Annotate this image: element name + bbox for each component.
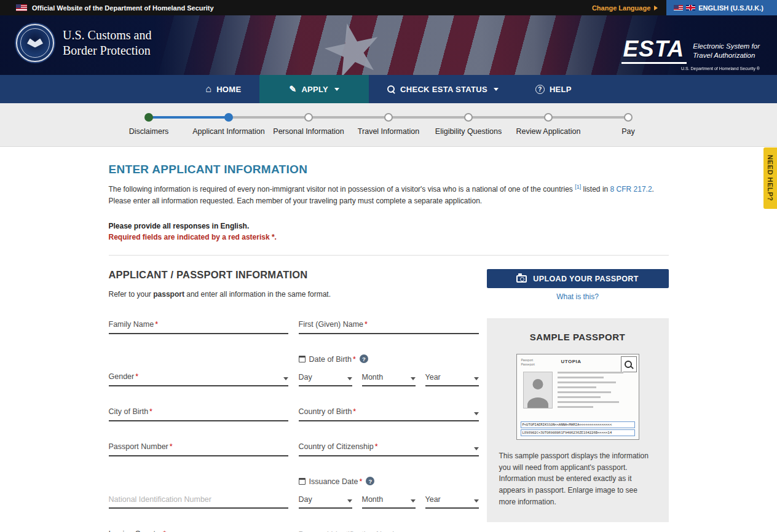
esta-logo: ESTA Electronic System for Travel Author…	[621, 37, 760, 71]
caret-down-icon	[494, 88, 499, 91]
intro-text: The following information is required of…	[109, 182, 669, 207]
site-header: U.S. Customs and Border Protection ESTA …	[0, 15, 777, 75]
passport-data-lines	[558, 372, 633, 411]
esta-subtext: U.S. Department of Homeland Security ®	[621, 66, 760, 71]
caret-down-icon	[411, 499, 416, 503]
english-note: Please provide all responses in English.	[109, 221, 669, 232]
step-dot	[464, 113, 473, 122]
official-text: Official Website of the Department of Ho…	[32, 4, 214, 12]
national-id-input[interactable]: National Identification Number	[109, 495, 288, 509]
caret-down-icon	[474, 377, 479, 380]
step-dot	[144, 113, 153, 122]
required-fields-note: Required fields are indicated by a red a…	[109, 232, 669, 243]
home-icon	[205, 84, 211, 94]
calendar-icon	[299, 356, 306, 362]
esta-tagline: Electronic System for Travel Authorizati…	[693, 42, 760, 60]
refer-text: Refer to your passport and enter all inf…	[109, 290, 331, 299]
camera-icon	[516, 275, 527, 283]
us-flag-icon	[16, 4, 27, 11]
section-heading-block: APPLICANT / PASSPORT INFORMATION Refer t…	[109, 269, 331, 299]
calendar-icon	[299, 478, 306, 485]
caret-down-icon	[347, 499, 352, 503]
magnifier-icon	[624, 360, 633, 369]
sample-passport-title: SAMPLE PASSPORT	[499, 332, 657, 342]
cbp-brand[interactable]: U.S. Customs and Border Protection	[16, 24, 151, 62]
step-dot	[544, 113, 553, 122]
step-eligibility-questions[interactable]: Eligibility Questions	[428, 113, 508, 136]
step-dot	[304, 113, 313, 122]
issuance-month-select[interactable]: Month	[362, 495, 416, 509]
dob-month-select[interactable]: Month	[362, 373, 416, 386]
progress-stepper: Disclaimers Applicant Information Person…	[0, 103, 777, 147]
caret-down-icon	[347, 377, 352, 380]
caret-down-icon	[474, 499, 479, 503]
official-banner: Official Website of the Department of Ho…	[0, 0, 777, 15]
need-help-tab[interactable]: NEED HELP?	[763, 147, 777, 209]
what-is-this-link[interactable]: What is this?	[556, 292, 599, 301]
dob-year-select[interactable]: Year	[425, 373, 479, 386]
issuing-country-select[interactable]: Issuing Country*	[109, 528, 288, 532]
caret-down-icon	[283, 377, 288, 380]
step-review-application[interactable]: Review Application	[508, 113, 588, 136]
step-personal-information[interactable]: Personal Information	[269, 113, 349, 136]
applicant-form: Family Name* First (Given) Name* Gender*…	[109, 318, 479, 532]
help-circle-icon[interactable]	[360, 354, 368, 363]
pencil-icon	[289, 85, 296, 94]
change-language-link[interactable]: Change Language	[592, 0, 658, 15]
cbp-seal-logo	[16, 24, 54, 62]
uk-flag-icon	[686, 5, 695, 10]
nav-home[interactable]: HOME	[187, 75, 259, 103]
caret-down-icon	[474, 412, 479, 415]
step-dot	[384, 113, 393, 122]
cfr-link[interactable]: 8 CFR 217.2	[610, 185, 652, 194]
page-title: ENTER APPLICANT INFORMATION	[109, 163, 669, 176]
step-applicant-information[interactable]: Applicant Information	[189, 113, 269, 136]
footnote-link[interactable]: [1]	[575, 184, 581, 190]
caret-down-icon	[411, 377, 416, 380]
language-label: ENGLISH (U.S./U.K.)	[698, 4, 763, 12]
question-circle-icon	[535, 85, 545, 94]
caret-down-icon	[474, 447, 479, 450]
caret-down-icon	[334, 88, 339, 91]
date-of-birth-group: Date of Birth* Day Month Year	[299, 353, 479, 386]
dob-day-select[interactable]: Day	[299, 373, 352, 386]
country-of-citizenship-select[interactable]: Country of Citizenship*	[299, 440, 479, 456]
passport-country-label: UTOPIA	[561, 359, 582, 364]
nav-check-esta-status[interactable]: CHECK ESTA STATUS	[369, 75, 517, 103]
family-name-input[interactable]: Family Name*	[109, 318, 288, 334]
nav-help[interactable]: HELP	[517, 75, 590, 103]
step-dot	[624, 113, 633, 122]
sample-passport-image: Passport Passeport UTOPIA P<UTOPIAERIKSS…	[516, 354, 639, 440]
country-of-birth-select[interactable]: Country of Birth*	[299, 405, 479, 421]
upload-passport-button[interactable]: UPLOAD YOUR PASSPORT	[487, 269, 669, 288]
sample-passport-description: This sample passport displays the inform…	[499, 450, 657, 507]
first-name-input[interactable]: First (Given) Name*	[299, 318, 479, 334]
language-selector[interactable]: ENGLISH (U.S./U.K.)	[666, 0, 777, 15]
city-of-birth-input[interactable]: City of Birth*	[109, 405, 288, 421]
nav-apply[interactable]: APPLY	[259, 75, 369, 103]
gender-select[interactable]: Gender*	[109, 370, 288, 386]
esta-wordmark: ESTA	[621, 37, 687, 64]
issuance-day-select[interactable]: Day	[299, 495, 352, 509]
issuance-date-group: Issuance Date* Day Month Year	[299, 475, 479, 509]
passport-doc-label: Passport Passeport	[521, 358, 535, 367]
main-content: ENTER APPLICANT INFORMATION The followin…	[109, 147, 669, 532]
help-circle-icon[interactable]	[366, 477, 374, 485]
us-flag-icon	[674, 5, 683, 10]
main-nav: HOME APPLY CHECK ESTA STATUS HELP	[0, 75, 777, 103]
section-title: APPLICANT / PASSPORT INFORMATION	[109, 269, 331, 281]
passport-number-input[interactable]: Passport Number*	[109, 440, 288, 456]
passport-mrz: P<UTOPIAERIKSSON<<ANNA<MARIA<<<<<<<<<<<<…	[521, 420, 635, 436]
step-disclaimers[interactable]: Disclaimers	[109, 113, 189, 136]
search-icon	[387, 85, 395, 93]
section-divider	[109, 255, 669, 256]
step-dot	[224, 113, 233, 122]
sample-passport-panel: SAMPLE PASSPORT Passport Passeport UTOPI…	[487, 318, 669, 522]
step-travel-information[interactable]: Travel Information	[349, 113, 428, 136]
arrow-right-icon	[654, 6, 658, 10]
passport-photo-silhouette	[523, 372, 553, 409]
enlarge-passport-button[interactable]	[621, 356, 637, 372]
step-pay[interactable]: Pay	[588, 113, 668, 136]
issuance-year-select[interactable]: Year	[425, 495, 479, 509]
agency-name: U.S. Customs and Border Protection	[63, 28, 151, 58]
